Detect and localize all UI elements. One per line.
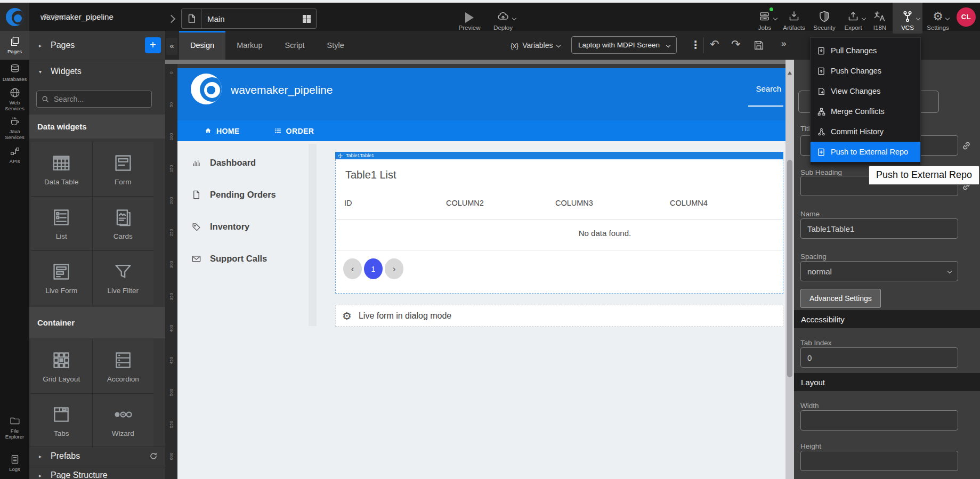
document-icon [191, 190, 201, 200]
rail-item-web-services[interactable]: Web Services [0, 85, 29, 113]
device-selector[interactable]: Laptop with MDPI Screen [571, 36, 677, 54]
deploy-button[interactable]: Deploy [488, 3, 519, 34]
more-options-kebab-icon[interactable]: ⋮ [690, 38, 701, 51]
nav-home[interactable]: HOME [204, 127, 240, 135]
topbar-settings[interactable]: ⚙ Settings [922, 3, 953, 34]
accessibility-section-header: Accessibility [794, 310, 980, 328]
vcs-menu-view-changes[interactable]: View Changes [811, 81, 920, 101]
user-avatar[interactable]: CL [957, 7, 976, 27]
pagination-next-button[interactable]: › [385, 258, 403, 279]
studio-topbar: Project: wavemaker_pipeline Main Preview… [0, 3, 980, 31]
topbar-jobs[interactable]: Jobs [751, 3, 779, 34]
topbar-vcs[interactable]: VCS [893, 3, 922, 34]
name-input[interactable] [800, 218, 958, 239]
widget-tile-form[interactable]: Form [93, 142, 154, 196]
tab-style[interactable]: Style [316, 31, 355, 60]
widget-tile-list[interactable]: List [31, 197, 92, 250]
widget-tile-live-filter[interactable]: Live Filter [93, 251, 154, 305]
vcs-menu-push-to-external-repo[interactable]: Push to External Repo [811, 142, 920, 162]
app-page-preview: wavemaker_pipeline Search HOME ORDER Das… [177, 64, 785, 479]
save-button[interactable] [753, 39, 765, 51]
pages-section-header[interactable]: ▸ Pages + [29, 31, 165, 60]
table-title: Table1 List [345, 169, 396, 181]
tile-label: Data Table [44, 178, 78, 186]
rail-item-databases[interactable]: Databases [0, 62, 29, 84]
widget-tile-wizard[interactable]: Wizard [93, 394, 154, 448]
spacing-value: normal [807, 267, 832, 276]
vcs-menu-merge-conflicts[interactable]: Merge Conflicts [811, 101, 920, 121]
scrollbar-up-arrow[interactable] [788, 71, 792, 75]
widget-tile-data-table[interactable]: Data Table [31, 142, 92, 196]
page-grid-icon[interactable] [303, 15, 311, 23]
rail-item-java-services[interactable]: Java Services [0, 114, 29, 142]
data-table-widget[interactable]: Table1 List ID COLUMN2 COLUMN3 COLUMN4 N… [335, 159, 783, 294]
widget-tile-cards[interactable]: Cards [93, 197, 154, 250]
widgets-section-header[interactable]: ▾ Widgets [29, 60, 165, 83]
prefabs-section-header[interactable]: ▸ Prefabs [29, 446, 165, 465]
page-tab-main[interactable]: Main [181, 9, 317, 29]
vcs-menu-push-changes[interactable]: Push Changes [811, 61, 920, 81]
form-icon [113, 153, 133, 173]
topbar-security[interactable]: Security [809, 3, 839, 34]
nav-order[interactable]: ORDER [274, 127, 314, 135]
rail-label: Logs [9, 467, 20, 472]
menu-item-inventory[interactable]: Inventory [191, 222, 249, 232]
artifacts-download-icon [788, 10, 800, 23]
collapse-right-panel-button[interactable]: » [781, 38, 786, 49]
app-header[interactable]: wavemaker_pipeline Search [177, 68, 785, 120]
preview-label: Preview [459, 25, 481, 31]
wavemaker-logo[interactable] [0, 3, 29, 31]
add-page-button[interactable]: + [145, 37, 161, 53]
rail-item-pages[interactable]: Pages [0, 31, 29, 60]
prefabs-label: Prefabs [51, 451, 80, 461]
app-search-link[interactable]: Search [756, 84, 781, 93]
topbar-artifacts[interactable]: Artifacts [779, 3, 809, 34]
rail-item-logs[interactable]: Logs [0, 451, 29, 475]
height-input[interactable] [800, 451, 958, 471]
column-header: COLUMN4 [670, 199, 708, 207]
widget-tile-accordion[interactable]: Accordion [93, 339, 154, 393]
widget-search-input[interactable] [53, 94, 135, 104]
advanced-settings-button[interactable]: Advanced Settings [800, 289, 881, 308]
widget-search[interactable] [36, 91, 152, 108]
rail-item-file-explorer[interactable]: File Explorer [0, 412, 29, 442]
topbar-i18n[interactable]: I18N [867, 3, 893, 34]
undo-button[interactable]: ↶ [710, 38, 719, 51]
preview-button[interactable]: Preview [453, 3, 485, 34]
tab-markup[interactable]: Markup [225, 31, 273, 60]
width-input[interactable] [800, 410, 958, 431]
vcs-menu-pull-changes[interactable]: Pull Changes [811, 40, 920, 61]
pagination-current-page[interactable]: 1 [364, 258, 383, 279]
menu-item-pending-orders[interactable]: Pending Orders [191, 190, 276, 200]
menu-item-dashboard[interactable]: Dashboard [191, 158, 256, 168]
tab-design[interactable]: Design [179, 31, 225, 60]
pagination-prev-button[interactable]: ‹ [343, 258, 362, 279]
widget-tile-tabs[interactable]: Tabs [31, 394, 92, 448]
tab-script[interactable]: Script [274, 31, 316, 60]
rail-item-apis[interactable]: APIs [0, 144, 29, 166]
tab-index-input[interactable] [800, 347, 958, 368]
column-header: ID [344, 199, 352, 207]
bind-link-icon[interactable] [961, 141, 971, 151]
panel-scrollbar[interactable] [785, 60, 794, 479]
scrollbar-thumb[interactable] [787, 160, 792, 377]
layout-label: Layout [801, 378, 825, 387]
widget-tile-grid-layout[interactable]: Grid Layout [31, 339, 92, 393]
horizontal-ruler [165, 60, 785, 64]
collapse-panel-button[interactable]: « [166, 38, 177, 55]
gear-icon: ⚙ [342, 310, 352, 322]
redo-button[interactable]: ↷ [731, 38, 741, 51]
refresh-icon[interactable] [149, 452, 158, 460]
widget-tile-live-form[interactable]: Live Form [31, 251, 92, 305]
page-structure-section-header[interactable]: ▸ Page Structure [29, 466, 165, 479]
variables-button[interactable]: {x} Variables [511, 31, 560, 60]
tab-index-label: Tab Index [800, 339, 832, 347]
topbar-export[interactable]: Export [839, 3, 867, 34]
live-form-widget[interactable]: ⚙ Live form in dialog mode [335, 305, 783, 327]
spacing-select[interactable]: normal [800, 261, 958, 281]
selected-widget-bar[interactable]: Table1Table1 [335, 152, 783, 159]
menu-item-support-calls[interactable]: Support Calls [191, 254, 267, 264]
export-upload-icon [847, 10, 860, 23]
tile-label: Wizard [112, 429, 134, 437]
vcs-menu-commit-history[interactable]: Commit History [811, 121, 920, 142]
